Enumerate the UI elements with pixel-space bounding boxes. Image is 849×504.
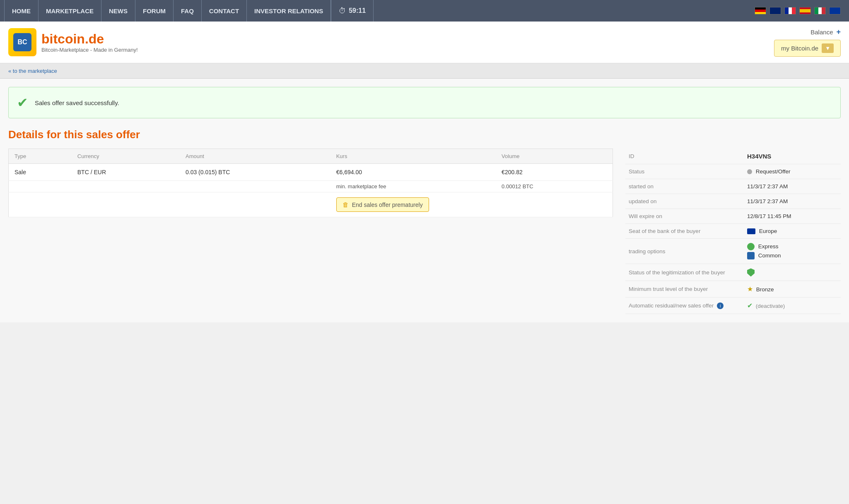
min-fee-value: 0.00012 BTC	[496, 181, 613, 192]
detail-trading-row: trading options Express Common	[625, 239, 841, 264]
nav-news[interactable]: NEWS	[101, 0, 135, 22]
detail-expire-value: 12/8/17 11:45 PM	[744, 209, 841, 224]
col-currency: Currency	[72, 149, 180, 164]
deactivate-link[interactable]: (deactivate)	[756, 303, 785, 309]
detail-started-label: started on	[625, 179, 744, 194]
detail-legit-label: Status of the legitimization of the buye…	[625, 264, 744, 281]
trading-common: Common	[747, 252, 837, 259]
detail-auto-row: Automatic residual/new sales offer i ✔ (…	[625, 298, 841, 314]
detail-bank-row: Seat of the bank of the buyer Europe	[625, 224, 841, 239]
detail-id-value: H34VNS	[747, 153, 771, 160]
col-volume: Volume	[496, 149, 613, 164]
status-dot-icon	[747, 169, 752, 174]
details-table: ID H34VNS Status Request/Offer started o…	[625, 149, 841, 314]
site-title: bitcoin.de	[41, 31, 138, 47]
col-type: Type	[9, 149, 72, 164]
common-icon	[747, 252, 755, 259]
detail-trust-value: ★ Bronze	[744, 281, 841, 298]
offer-table: Type Currency Amount Kurs Volume Sale BT…	[8, 149, 613, 217]
timer-display: 59:11	[349, 7, 366, 14]
flag-eu[interactable]	[829, 7, 841, 14]
nav-home[interactable]: HOME	[4, 0, 39, 22]
flag-es[interactable]	[799, 7, 811, 14]
detail-expire-label: Will expire on	[625, 209, 744, 224]
detail-id-row: ID H34VNS	[625, 149, 841, 164]
row-currency: BTC / EUR	[72, 164, 180, 181]
details-layout: Type Currency Amount Kurs Volume Sale BT…	[8, 149, 841, 314]
detail-auto-label: Automatic residual/new sales offer i	[625, 298, 744, 314]
flag-it[interactable]	[814, 7, 826, 14]
header: BC bitcoin.de Bitcoin-Marketplace - Made…	[0, 22, 849, 63]
detail-legit-value	[744, 264, 841, 281]
eu-flag-icon	[747, 228, 755, 234]
timer-icon: ⏱	[339, 7, 346, 15]
min-fee-label: min. marketplace fee	[330, 181, 496, 192]
nav-marketplace[interactable]: MARKETPLACE	[39, 0, 101, 22]
row-type: Sale	[9, 164, 72, 181]
logo-text: bitcoin.de Bitcoin-Marketplace - Made in…	[41, 31, 138, 53]
success-check-icon: ✔	[17, 95, 28, 110]
nav-bar: HOME MARKETPLACE NEWS FORUM FAQ CONTACT …	[0, 0, 849, 22]
success-message: Sales offer saved successfully.	[35, 99, 119, 106]
detail-status-value: Request/Offer	[744, 164, 841, 179]
detail-started-value: 11/3/17 2:37 AM	[744, 179, 841, 194]
trash-icon: 🗑	[342, 201, 349, 208]
flags-section	[755, 7, 845, 14]
logo-area: BC bitcoin.de Bitcoin-Marketplace - Made…	[8, 28, 774, 56]
my-bitcoin-button[interactable]: my Bitcoin.de ▼	[774, 40, 841, 57]
breadcrumb-link[interactable]: « to the marketplace	[8, 68, 57, 74]
flag-de[interactable]	[755, 7, 766, 14]
row-kurs: €6,694.00	[330, 164, 496, 181]
logo-icon: BC	[8, 28, 36, 56]
star-icon: ★	[747, 286, 753, 293]
checkmark-icon: ✔	[747, 302, 753, 309]
balance-plus-button[interactable]: +	[836, 28, 841, 36]
success-banner: ✔ Sales offer saved successfully.	[8, 87, 841, 118]
left-panel: Type Currency Amount Kurs Volume Sale BT…	[8, 149, 613, 314]
nav-investor-relations[interactable]: INVESTOR RELATIONS	[247, 0, 331, 22]
dropdown-arrow-icon: ▼	[822, 43, 834, 53]
main-content: ✔ Sales offer saved successfully. Detail…	[0, 79, 849, 322]
detail-expire-row: Will expire on 12/8/17 11:45 PM	[625, 209, 841, 224]
col-amount: Amount	[180, 149, 330, 164]
nav-faq[interactable]: FAQ	[174, 0, 202, 22]
nav-contact[interactable]: CONTACT	[202, 0, 247, 22]
end-offer-label: End sales offer prematurely	[352, 202, 423, 208]
detail-updated-row: updated on 11/3/17 2:37 AM	[625, 194, 841, 209]
detail-trust-label: Minimum trust level of the buyer	[625, 281, 744, 298]
row-amount: 0.03 (0.015) BTC	[180, 164, 330, 181]
detail-updated-value: 11/3/17 2:37 AM	[744, 194, 841, 209]
balance-section: Balance +	[810, 28, 841, 36]
detail-auto-value: ✔ (deactivate)	[744, 298, 841, 314]
info-icon[interactable]: i	[717, 302, 724, 309]
site-subtitle: Bitcoin-Marketplace - Made in Germany!	[41, 47, 138, 53]
detail-started-row: started on 11/3/17 2:37 AM	[625, 179, 841, 194]
express-icon	[747, 243, 755, 250]
col-kurs: Kurs	[330, 149, 496, 164]
right-panel: ID H34VNS Status Request/Offer started o…	[625, 149, 841, 314]
balance-label: Balance	[810, 29, 833, 36]
detail-status-label: Status	[625, 164, 744, 179]
end-offer-button[interactable]: 🗑 End sales offer prematurely	[336, 197, 429, 212]
logo-bc-symbol: BC	[13, 33, 31, 51]
detail-id-label: ID	[625, 149, 744, 164]
detail-bank-label: Seat of the bank of the buyer	[625, 224, 744, 239]
timer-section: ⏱ 59:11	[331, 0, 374, 22]
row-volume: €200.82	[496, 164, 613, 181]
shield-verified-icon	[747, 268, 755, 276]
detail-legit-row: Status of the legitimization of the buye…	[625, 264, 841, 281]
flag-fr[interactable]	[784, 7, 796, 14]
breadcrumb-bar: « to the marketplace	[0, 63, 849, 79]
detail-trading-label: trading options	[625, 239, 744, 264]
section-title: Details for this sales offer	[8, 128, 841, 141]
detail-status-row: Status Request/Offer	[625, 164, 841, 179]
detail-trading-value: Express Common	[744, 239, 841, 264]
table-row: Sale BTC / EUR 0.03 (0.015) BTC €6,694.0…	[9, 164, 613, 181]
trading-express: Express	[747, 243, 837, 250]
detail-trust-row: Minimum trust level of the buyer ★ Bronz…	[625, 281, 841, 298]
min-fee-row: min. marketplace fee 0.00012 BTC	[9, 181, 613, 192]
nav-forum[interactable]: FORUM	[135, 0, 174, 22]
flag-gb[interactable]	[769, 7, 781, 14]
detail-bank-value: Europe	[744, 224, 841, 239]
header-right: Balance + my Bitcoin.de ▼	[774, 28, 841, 57]
